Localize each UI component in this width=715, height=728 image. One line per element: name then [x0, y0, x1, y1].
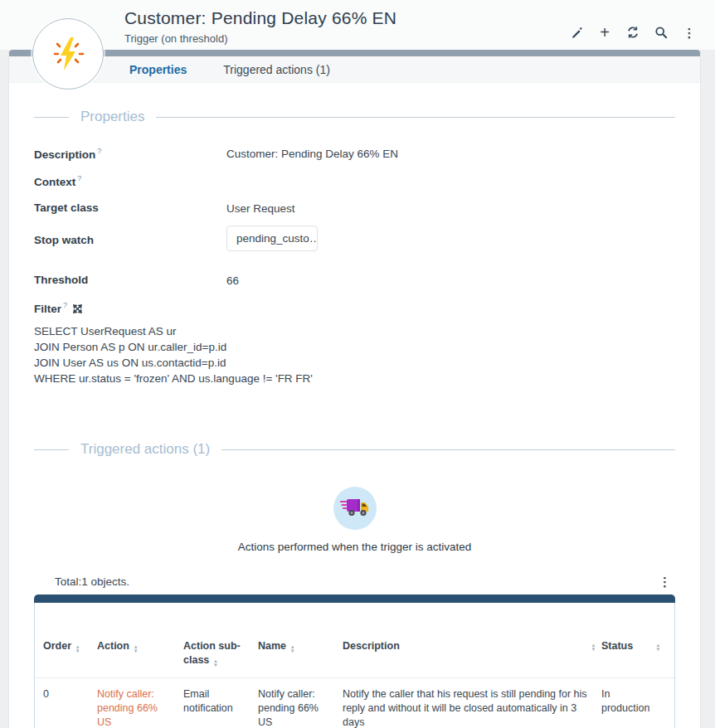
target-class-value: User Request: [226, 201, 295, 215]
table-actions-kebab-icon[interactable]: ⋮: [659, 575, 671, 588]
search-icon[interactable]: [654, 25, 669, 40]
object-toolbar: + ⋮: [569, 25, 697, 40]
cell-name: Notify caller: pending 66% US: [258, 678, 343, 728]
oql-line: WHERE ur.status = 'frozen' AND us.langua…: [34, 371, 675, 386]
lightning-bolt-icon: [46, 31, 90, 77]
sort-icon[interactable]: ▴▾: [214, 658, 216, 667]
legend-dash: [34, 117, 69, 118]
field-target-class: Target class User Request: [34, 201, 675, 218]
new-object-plus-icon[interactable]: +: [597, 25, 612, 40]
column-header-status[interactable]: Status▴▾: [601, 639, 666, 677]
refresh-icon[interactable]: [625, 25, 640, 40]
oql-line: JOIN User AS us ON us.contactid=p.id: [34, 355, 675, 371]
column-header-subclass[interactable]: Action sub-class▴▾: [183, 639, 258, 677]
triggered-actions-table: Order▴▾ Action▴▾ Action sub-class▴▾ Name…: [34, 595, 675, 728]
cell-action-link[interactable]: Notify caller: pending 66% US: [97, 678, 183, 728]
edit-pencil-icon[interactable]: [569, 25, 584, 40]
field-threshold: Threshold 66: [34, 274, 675, 290]
description-label: Description: [34, 148, 95, 161]
table-header-row: Order▴▾ Action▴▾ Action sub-class▴▾ Name…: [35, 639, 674, 678]
description-value: Customer: Pending Delay 66% EN: [226, 147, 398, 160]
datatable-toolbar: Total:1 objects. ⋮: [34, 575, 675, 588]
object-header: Customer: Pending Delay 66% EN Trigger (…: [0, 0, 715, 50]
help-icon[interactable]: ?: [77, 174, 81, 182]
tab-properties[interactable]: Properties: [129, 63, 187, 76]
triggered-actions-caption: Actions performed when the trigger is ac…: [238, 541, 471, 553]
filter-label: Filter: [34, 303, 61, 315]
object-details-panel: Properties Triggered actions (1) Propert…: [8, 50, 701, 728]
legend-dash: [34, 449, 69, 450]
panel-top-bar: [9, 50, 700, 56]
object-class-subtitle: Trigger (on threshold): [124, 32, 396, 45]
total-objects-count: Total:1 objects.: [55, 575, 129, 588]
cell-description: Notify the caller that his request is st…: [343, 678, 601, 728]
triggered-actions-legend-label: Triggered actions (1): [80, 441, 221, 458]
help-icon[interactable]: ?: [63, 301, 67, 309]
tab-bar: Properties Triggered actions (1): [9, 56, 700, 83]
delivery-truck-icon: [333, 487, 377, 530]
column-header-action[interactable]: Action▴▾: [97, 639, 183, 677]
stop-watch-value-box[interactable]: pending_custo…: [226, 226, 318, 251]
sort-icon[interactable]: ▴▾: [291, 644, 294, 653]
field-context: Context?: [34, 174, 675, 191]
trigger-avatar: [32, 18, 104, 90]
table-header-strip: [34, 595, 675, 603]
threshold-value: 66: [226, 274, 239, 287]
triggered-actions-fieldset-legend: Triggered actions (1): [34, 441, 675, 458]
field-filter: Filter?: [34, 301, 675, 318]
cell-order: 0: [43, 678, 97, 728]
context-label: Context: [34, 176, 75, 188]
tab-triggered-actions[interactable]: Triggered actions (1): [223, 63, 330, 76]
oql-line: SELECT UserRequest AS ur: [34, 323, 675, 339]
properties-fieldset-legend: Properties: [34, 109, 675, 125]
properties-legend-label: Properties: [80, 109, 156, 125]
sort-icon[interactable]: ▴▾: [76, 644, 79, 653]
sort-icon[interactable]: ▴▾: [657, 643, 659, 667]
stop-watch-label: Stop watch: [34, 229, 226, 246]
target-class-label: Target class: [34, 201, 226, 214]
field-stop-watch: Stop watch pending_custo…: [34, 229, 675, 251]
legend-line: [156, 117, 675, 118]
column-header-order[interactable]: Order▴▾: [43, 639, 97, 677]
help-icon[interactable]: ?: [97, 147, 101, 155]
more-actions-kebab-icon[interactable]: ⋮: [682, 25, 697, 40]
cell-status: In production: [601, 678, 666, 728]
legend-line: [221, 449, 675, 450]
cell-subclass: Email notification: [183, 678, 258, 728]
page-title: Customer: Pending Delay 66% EN: [124, 8, 396, 28]
oql-line: JOIN Person AS p ON ur.caller_id=p.id: [34, 339, 675, 355]
triggered-actions-illustration: Actions performed when the trigger is ac…: [34, 487, 675, 553]
table-row[interactable]: 0 Notify caller: pending 66% US Email no…: [35, 678, 674, 728]
oql-filter-query: SELECT UserRequest AS ur JOIN Person AS …: [34, 323, 675, 386]
column-header-name[interactable]: Name▴▾: [258, 639, 343, 677]
expand-arrows-icon[interactable]: [73, 303, 82, 316]
sort-icon[interactable]: ▴▾: [134, 644, 137, 653]
sort-icon[interactable]: ▴▾: [592, 643, 595, 667]
field-description: Description? Customer: Pending Delay 66%…: [34, 147, 675, 163]
threshold-label: Threshold: [34, 274, 226, 286]
column-header-description[interactable]: Description▴▾: [343, 639, 601, 677]
